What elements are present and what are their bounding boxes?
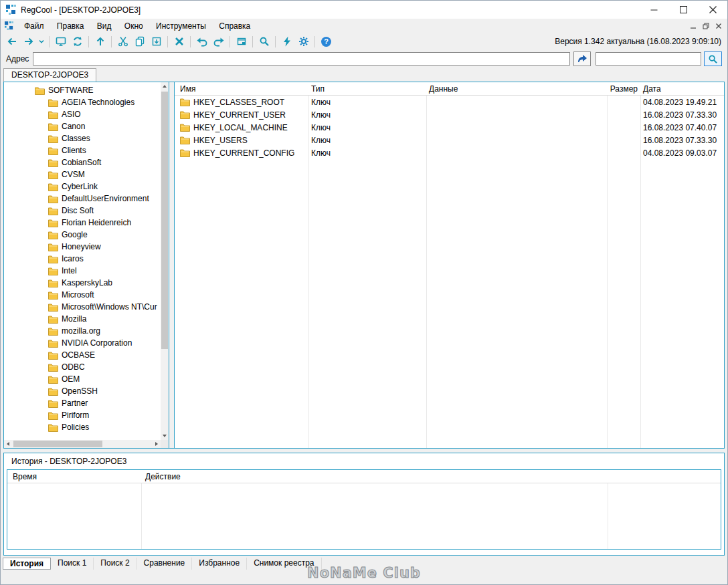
bottom-tab-1[interactable]: Поиск 1 [51,558,94,570]
column-header[interactable]: Имя [175,82,308,95]
forward-button[interactable] [20,34,37,49]
compare-button[interactable] [278,34,295,49]
refresh-button[interactable] [69,34,86,49]
column-header[interactable]: Время [7,470,141,483]
tree-root-item[interactable]: SOFTWARE [4,84,161,96]
scroll-up-arrow[interactable] [161,82,169,90]
address-input[interactable] [33,52,570,66]
up-button[interactable] [92,34,108,49]
tree-item[interactable]: CyberLink [4,181,161,193]
undo-button[interactable] [193,34,210,49]
registry-tree: SOFTWARE AGEIA Technologies ASIO Canon C… [4,82,161,440]
filter-input[interactable] [596,52,701,66]
menu-item[interactable]: Инструменты [151,20,211,32]
tree-item[interactable]: DefaultUserEnvironment [4,193,161,205]
tree-item-label: Canon [62,122,85,131]
row-type: Ключ [308,123,426,132]
help-button[interactable]: ? [318,34,335,49]
bottom-tab-3[interactable]: Сравнение [137,558,193,570]
tree-item[interactable]: CobianSoft [4,156,161,168]
scroll-left-arrow[interactable] [4,440,12,448]
new-window-button[interactable] [233,34,250,49]
tree-item[interactable]: Clients [4,144,161,156]
tree-item[interactable]: OEM [4,373,161,385]
bottom-tab-2[interactable]: Поиск 2 [94,558,136,570]
search-button[interactable] [704,51,722,66]
scroll-right-arrow[interactable] [153,440,161,448]
back-button[interactable] [3,34,20,49]
tree-item[interactable]: Canon [4,120,161,132]
tree-item[interactable]: Intel [4,265,161,277]
tree-item[interactable]: Icaros [4,253,161,265]
mdi-close-button[interactable] [712,21,725,31]
menu-item[interactable]: Правка [52,20,90,32]
menu-item[interactable]: Вид [92,20,117,32]
column-header[interactable]: Тип [308,82,426,95]
tree-item[interactable]: Google [4,229,161,241]
minimize-button[interactable] [639,1,668,19]
find-button[interactable] [256,34,272,49]
tree-item[interactable]: mozilla.org [4,325,161,337]
column-header[interactable]: Действие [141,470,608,483]
column-header[interactable]: Размер [607,82,640,95]
tree-item-label: Honeyview [62,242,101,251]
tree-item[interactable]: CVSM [4,168,161,181]
menu-item[interactable]: Справка [213,20,256,32]
close-button[interactable] [698,1,727,19]
tree-horizontal-scrollbar[interactable] [4,440,161,448]
tree-item[interactable]: ASIO [4,108,161,120]
history-dropdown-button[interactable] [37,34,46,49]
mdi-minimize-button[interactable] [687,21,699,31]
tree-item-label: Policies [62,423,89,432]
pane-splitter[interactable] [169,82,175,448]
tree-item[interactable]: Mozilla [4,313,161,325]
scrollbar-thumb[interactable] [13,441,102,447]
tree-item[interactable]: Microsoft\Windows NT\Cur [4,301,161,313]
tree-item[interactable]: Piriform [4,409,161,421]
tree-item[interactable]: OCBASE [4,349,161,361]
computer-button[interactable] [52,34,69,49]
tree-item-label: OEM [62,374,80,384]
table-row[interactable]: HKEY_LOCAL_MACHINE Ключ 16.08.2023 07.40… [175,121,724,134]
cut-button[interactable] [114,34,131,49]
table-row[interactable]: HKEY_CURRENT_USER Ключ 16.08.2023 07.33.… [175,108,724,121]
tree-item[interactable]: Partner [4,397,161,409]
delete-button[interactable] [171,34,187,49]
tree-item[interactable]: Florian Heidenreich [4,217,161,229]
bottom-tab-0[interactable]: История [3,558,51,570]
menu-item[interactable]: Файл [19,20,50,32]
table-row[interactable]: HKEY_CURRENT_CONFIG Ключ 04.08.2023 09.0… [175,146,724,159]
menu-item[interactable]: Окно [119,20,149,32]
go-button[interactable] [573,51,591,66]
table-row[interactable]: HKEY_CLASSES_ROOT Ключ 04.08.2023 19.49.… [175,96,724,108]
tree-item-label: AGEIA Technologies [62,98,134,107]
paste-button[interactable] [148,34,165,49]
tree-item[interactable]: KasperskyLab [4,277,161,289]
tree-item[interactable]: Policies [4,421,161,433]
mdi-restore-button[interactable] [699,21,712,31]
scrollbar-thumb[interactable] [161,92,168,349]
toolbar-separator [88,36,89,47]
tree-item[interactable]: Classes [4,132,161,144]
bottom-tab-4[interactable]: Избранное [192,558,247,570]
tree-item[interactable]: Microsoft [4,289,161,301]
tree-item[interactable]: OpenSSH [4,385,161,397]
settings-button[interactable] [295,34,312,49]
tree-vertical-scrollbar[interactable] [161,82,169,440]
scroll-down-arrow[interactable] [161,432,169,440]
table-row[interactable]: HKEY_USERS Ключ 16.08.2023 07.33.30 [175,134,724,146]
tree-item[interactable]: Disc Soft [4,205,161,217]
copy-button[interactable] [131,34,148,49]
folder-icon [180,136,190,144]
tree-item[interactable]: AGEIA Technologies [4,96,161,108]
copy-icon [134,36,145,47]
tree-item[interactable]: NVIDIA Corporation [4,337,161,349]
column-header[interactable]: Данные [426,82,607,95]
maximize-button[interactable] [668,1,698,19]
redo-button[interactable] [210,34,227,49]
tree-children: AGEIA Technologies ASIO Canon Classes Cl… [4,96,161,433]
tree-item[interactable]: ODBC [4,361,161,373]
column-header[interactable]: Дата [640,82,724,95]
tree-item[interactable]: Honeyview [4,241,161,253]
tab-desktop[interactable]: DESKTOP-2JOPOE3 [3,68,96,82]
